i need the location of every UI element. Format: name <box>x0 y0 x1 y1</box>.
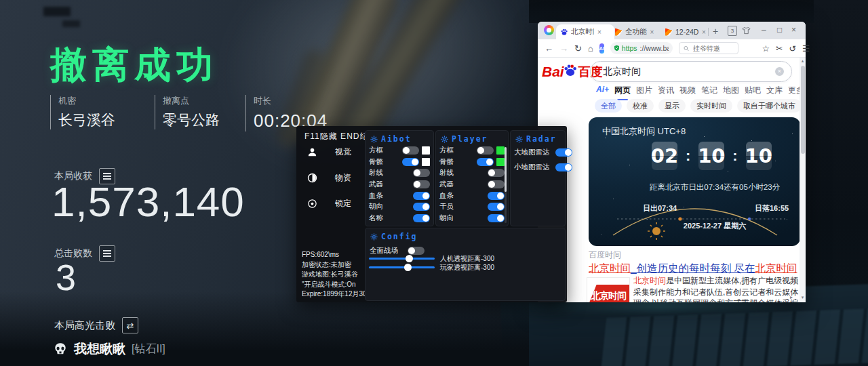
result-title-em: 北京时间 <box>589 262 631 274</box>
bot-esp-distance-slider[interactable] <box>369 258 435 260</box>
slider-handle[interactable] <box>404 264 412 271</box>
toggle-switch[interactable] <box>413 214 430 222</box>
browser-tab[interactable]: 12-24D × <box>661 24 715 39</box>
refresh-button[interactable]: ↻ <box>574 43 582 54</box>
nav-tab-notes[interactable]: 笔记 <box>701 85 717 96</box>
player-panel: Player 方框 骨骼 射线 武器 血条 干员 朝向 <box>435 130 509 226</box>
browser-tab-strip: 北京时间 × 全功能 × 12-24D × + 3 – □ × <box>538 22 806 39</box>
new-tab-button[interactable]: + <box>713 26 718 37</box>
undo-icon[interactable]: ↺ <box>789 43 795 54</box>
screenshot-scissors-icon[interactable]: ✂ <box>776 43 783 54</box>
overlay-menu-loot[interactable]: 物资 <box>307 172 351 184</box>
tab-close-icon[interactable]: × <box>650 28 654 36</box>
url-text: ://www.baidu <box>640 44 669 52</box>
address-bar[interactable]: https://www.baidu <box>610 42 673 54</box>
window-maximize-button[interactable]: □ <box>777 25 782 35</box>
back-button[interactable]: ← <box>545 43 553 54</box>
stat-value: 长弓溪谷 <box>58 110 115 129</box>
toggle-switch[interactable] <box>488 192 505 200</box>
browser-tab[interactable]: 全功能 × <box>611 24 665 39</box>
nav-tab-news[interactable]: 资讯 <box>658 85 674 96</box>
toggle-switch[interactable] <box>488 214 505 222</box>
slider-handle[interactable] <box>406 255 413 262</box>
toolbar-search-box[interactable] <box>679 42 738 54</box>
nav-tab-wenku[interactable]: 文库 <box>766 85 783 96</box>
overlay-menu-vision[interactable]: 视觉 <box>307 146 351 158</box>
search-result-title[interactable]: 北京时间_创造历史的每时每刻 尽在北京时间官方 <box>589 262 806 276</box>
panel-title: Radar <box>526 134 557 144</box>
scroll-right-arrow[interactable]: ▸ <box>790 294 793 300</box>
home-button[interactable]: ⌂ <box>588 43 593 54</box>
toggle-switch[interactable] <box>555 163 572 171</box>
extension-icon[interactable]: AI <box>599 43 604 54</box>
kills-detail-button[interactable] <box>99 245 115 262</box>
nav-tab-tieba[interactable]: 贴吧 <box>745 85 761 96</box>
toggle-switch[interactable] <box>488 180 505 188</box>
clock-seconds: 10 <box>746 142 772 170</box>
nav-tab-video[interactable]: 视频 <box>679 85 696 96</box>
scroll-up-arrow[interactable]: ▴ <box>800 58 806 64</box>
browser-logo-icon[interactable] <box>544 25 554 35</box>
nav-tab-images[interactable]: 图片 <box>636 85 652 96</box>
toggle-switch[interactable] <box>488 169 505 177</box>
overlay-menu-aimlock[interactable]: 锁定 <box>307 198 351 209</box>
color-swatch[interactable] <box>496 158 505 166</box>
clock-minutes: 10 <box>698 142 724 170</box>
baidu-paw-favicon <box>560 28 568 36</box>
toggle-switch[interactable] <box>413 180 430 188</box>
nav-tab-maps[interactable]: 地图 <box>723 85 739 96</box>
color-swatch[interactable] <box>496 146 505 155</box>
toggle-switch[interactable] <box>555 148 572 157</box>
favorite-star-icon[interactable]: ☆ <box>762 43 770 54</box>
toggle-switch[interactable] <box>402 146 419 155</box>
toggle-switch[interactable] <box>488 203 505 211</box>
toggle-switch[interactable] <box>408 247 425 255</box>
player-esp-distance-slider[interactable] <box>369 266 435 268</box>
nav-tab-ai[interactable]: Ai+ <box>596 85 609 96</box>
baidu-search-box[interactable]: × <box>590 61 792 82</box>
toggle-switch[interactable] <box>413 192 430 200</box>
result-source-label: 百度时间 <box>589 249 621 261</box>
stat-map: 机密 长弓溪谷 <box>50 95 115 129</box>
chip-which-city[interactable]: 取自于哪个城市 <box>737 99 802 113</box>
toggle-switch[interactable] <box>413 169 430 177</box>
person-icon <box>307 147 317 157</box>
toolbar-search-input[interactable] <box>692 44 734 53</box>
toggle-switch[interactable] <box>477 146 494 155</box>
info-map: 游戏地图:长弓溪谷 <box>302 270 374 280</box>
toggle-switch[interactable] <box>413 203 430 211</box>
chip-realtime[interactable]: 实时时间 <box>690 99 732 113</box>
scroll-down-arrow[interactable]: ▾ <box>800 295 806 300</box>
security-shield-icon <box>614 44 619 52</box>
highlight-switch-button[interactable]: ⇄ <box>122 317 138 333</box>
toggle-switch[interactable] <box>402 158 419 166</box>
color-swatch[interactable] <box>422 158 430 166</box>
highlight-player-row[interactable]: 我想瞅瞅 [钻石II] <box>53 340 165 358</box>
color-swatch[interactable] <box>422 146 430 155</box>
vertical-scrollbar[interactable]: ▴ ▾ <box>800 58 806 302</box>
window-close-button[interactable]: × <box>791 25 796 35</box>
toggle-switch[interactable] <box>477 158 494 166</box>
download-count-badge[interactable]: 3 <box>728 26 737 36</box>
chip-all[interactable]: 全部 <box>595 99 622 113</box>
tab-close-icon[interactable]: × <box>597 28 601 36</box>
chip-display[interactable]: 显示 <box>658 99 686 113</box>
sun-arc-graphic <box>589 190 800 246</box>
tab-close-icon[interactable]: × <box>702 28 706 36</box>
chip-calibrate[interactable]: 校准 <box>627 99 654 113</box>
clear-search-icon[interactable]: × <box>775 67 784 76</box>
window-minimize-button[interactable]: – <box>762 25 766 35</box>
scrollbar-thumb[interactable] <box>801 66 805 154</box>
browser-page-content: Bai 百度 × Ai+ 网页 图片 资讯 视频 笔记 地图 贴吧 文 <box>538 58 806 302</box>
beijing-time-card: 中国北京时间 UTC+8 02 : 10 : 10 距离北京市日出07:34还有… <box>589 117 800 246</box>
info-fps: FPS:602\ms <box>302 250 374 260</box>
toggle-label: 武器 <box>439 180 454 189</box>
forward-button[interactable]: → <box>559 43 568 54</box>
result-thumbnail[interactable]: 北京时间 <box>587 277 630 302</box>
panel-scrollbar[interactable] <box>505 147 507 223</box>
skin-shirt-icon[interactable] <box>742 26 751 35</box>
browser-tab-active[interactable]: 北京时间 × <box>556 24 614 39</box>
nav-tab-web[interactable]: 网页 <box>614 85 631 96</box>
baidu-search-input[interactable] <box>601 66 768 78</box>
menu-icon[interactable]: ☰ <box>802 43 810 54</box>
